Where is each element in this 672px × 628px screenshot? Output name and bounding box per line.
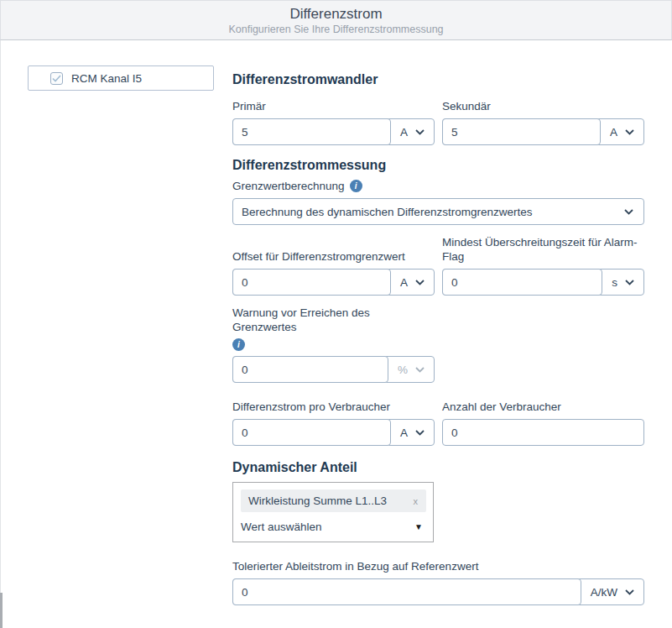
page-subtitle: Konfigurieren Sie Ihre Differenzstrommes… xyxy=(1,23,671,36)
mindest-unit-select[interactable]: s xyxy=(602,270,643,295)
warnung-input-group: % xyxy=(232,356,435,383)
pro-verbraucher-label: Differenzstrom pro Verbraucher xyxy=(232,400,435,414)
pro-verbraucher-field: Differenzstrom pro Verbraucher A xyxy=(232,400,435,446)
dynamisch-multiselect[interactable]: Wirkleistung Summe L1..L3 x Wert auswähl… xyxy=(232,482,434,542)
chevron-down-icon xyxy=(415,430,425,436)
section-heading-wandler: Differenzstromwandler xyxy=(232,71,644,88)
offset-unit-label: A xyxy=(400,276,408,289)
primaer-unit-select[interactable]: A xyxy=(391,119,434,144)
page-left-border xyxy=(0,40,1,628)
multiselect-placeholder: Wert auswählen xyxy=(241,521,322,533)
primaer-input-group: A xyxy=(232,118,435,145)
chevron-down-icon xyxy=(415,280,425,285)
wandler-row: Primär A Sekundär A xyxy=(232,99,644,145)
sekundaer-input-group: A xyxy=(442,118,644,145)
page-title: Differenzstrom xyxy=(1,5,671,23)
offset-input[interactable] xyxy=(232,269,391,296)
info-icon[interactable]: i xyxy=(232,338,245,351)
warnung-unit-select[interactable]: % xyxy=(388,357,434,382)
content-area: RCM Kanal I5 Differenzstromwandler Primä… xyxy=(0,40,672,605)
primaer-unit-label: A xyxy=(400,126,408,139)
grenzwertberechnung-select[interactable]: Berechnung des dynamischen Differenzstro… xyxy=(232,198,644,225)
offset-label: Offset für Differenzstromgrenzwert xyxy=(232,249,435,264)
chevron-down-icon xyxy=(415,367,425,373)
pro-verbraucher-unit-label: A xyxy=(400,427,408,439)
channel-sidebar: RCM Kanal I5 xyxy=(28,65,214,605)
sekundaer-input[interactable] xyxy=(442,118,601,145)
multiselect-placeholder-row[interactable]: Wert auswählen ▼ xyxy=(241,521,425,533)
selected-value-chip: Wirkleistung Summe L1..L3 x xyxy=(241,489,426,512)
warnung-info-row: i xyxy=(232,336,435,351)
offset-field: Offset für Differenzstromgrenzwert A xyxy=(232,249,435,296)
pro-verbraucher-input-group: A xyxy=(232,419,435,446)
primaer-field: Primär A xyxy=(232,99,435,145)
verbraucher-row: Differenzstrom pro Verbraucher A Anzahl … xyxy=(232,400,644,446)
section-heading-dynamisch: Dynamischer Anteil xyxy=(232,459,644,476)
mindest-unit-label: s xyxy=(612,276,617,289)
chevron-down-icon xyxy=(625,589,634,595)
sekundaer-label: Sekundär xyxy=(442,99,644,113)
pro-verbraucher-unit-select[interactable]: A xyxy=(391,420,434,445)
scrollbar-fragment[interactable] xyxy=(0,593,3,628)
toleriert-input-group: A/kW xyxy=(232,578,644,605)
chip-label: Wirkleistung Summe L1..L3 xyxy=(248,495,387,507)
grenzwertberechnung-field: Grenzwertberechnung i Berechnung des dyn… xyxy=(232,179,644,225)
toleriert-label: Tolerierter Ableitstrom in Bezug auf Ref… xyxy=(232,559,644,573)
chevron-down-icon xyxy=(415,129,425,135)
toleriert-field: Tolerierter Ableitstrom in Bezug auf Ref… xyxy=(232,559,644,605)
warnung-field: Warnung vor Erreichen des Grenzwertes i … xyxy=(232,306,435,383)
toleriert-unit-select[interactable]: A/kW xyxy=(581,579,643,604)
remove-chip-icon[interactable]: x xyxy=(413,496,419,506)
chevron-down-icon xyxy=(625,129,634,135)
mindest-input[interactable] xyxy=(442,269,602,296)
channel-label: RCM Kanal I5 xyxy=(71,72,142,85)
offset-input-group: A xyxy=(232,269,435,296)
channel-checkbox[interactable] xyxy=(50,72,63,85)
warnung-label: Warnung vor Erreichen des Grenzwertes xyxy=(232,306,435,334)
grenzwertberechnung-label-row: Grenzwertberechnung i xyxy=(232,179,644,193)
check-icon xyxy=(52,75,61,82)
offset-row: Offset für Differenzstromgrenzwert A Min… xyxy=(232,235,644,296)
mindest-field: Mindest Überschreitungszeit für Alarm-Fl… xyxy=(442,235,644,296)
chevron-down-icon xyxy=(625,280,634,285)
grenzwertberechnung-selected: Berechnung des dynamischen Differenzstro… xyxy=(242,206,532,218)
toleriert-input[interactable] xyxy=(232,578,581,605)
sekundaer-field: Sekundär A xyxy=(442,99,644,145)
grenzwertberechnung-label: Grenzwertberechnung xyxy=(232,179,345,193)
primaer-input[interactable] xyxy=(232,118,391,145)
sekundaer-unit-label: A xyxy=(610,126,617,139)
page-header: Differenzstrom Konfigurieren Sie Ihre Di… xyxy=(0,0,672,40)
anzahl-label: Anzahl der Verbraucher xyxy=(442,400,644,414)
primaer-label: Primär xyxy=(232,99,435,113)
sekundaer-unit-select[interactable]: A xyxy=(601,119,643,144)
toleriert-unit-label: A/kW xyxy=(591,586,617,599)
anzahl-input[interactable] xyxy=(442,419,644,446)
mindest-label: Mindest Überschreitungszeit für Alarm-Fl… xyxy=(442,235,644,264)
config-form: Differenzstromwandler Primär A Sekundär xyxy=(232,65,644,605)
chevron-down-icon xyxy=(624,209,633,215)
pro-verbraucher-input[interactable] xyxy=(232,419,391,446)
info-icon[interactable]: i xyxy=(350,180,362,192)
offset-unit-select[interactable]: A xyxy=(391,270,434,295)
caret-down-icon: ▼ xyxy=(414,522,423,531)
anzahl-field: Anzahl der Verbraucher xyxy=(442,400,644,446)
sidebar-item-rcm-kanal[interactable]: RCM Kanal I5 xyxy=(28,65,214,91)
section-heading-messung: Differenzstrommessung xyxy=(232,157,644,174)
mindest-input-group: s xyxy=(442,269,644,296)
warnung-unit-label: % xyxy=(398,364,408,376)
warnung-input[interactable] xyxy=(232,356,388,383)
